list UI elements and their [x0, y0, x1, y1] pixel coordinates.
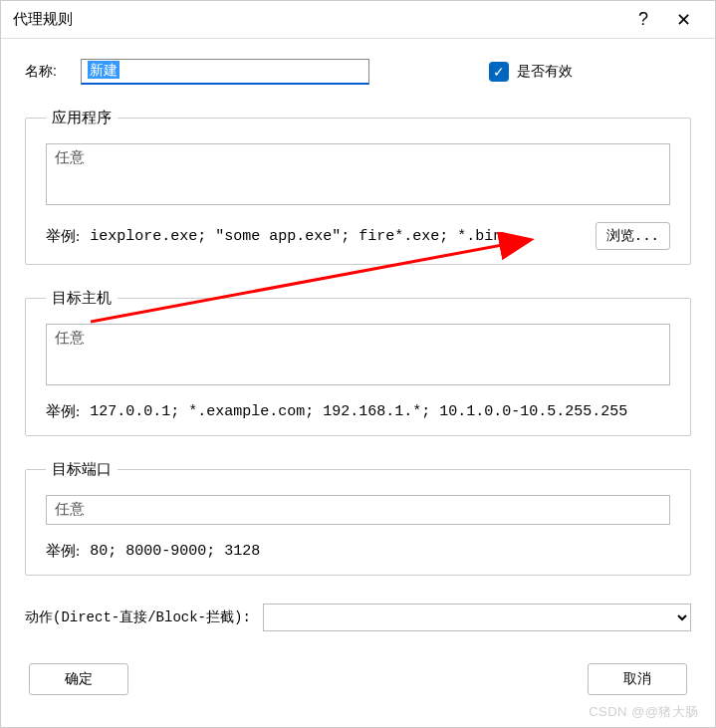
application-legend: 应用程序	[46, 109, 118, 127]
application-textarea[interactable]	[46, 143, 670, 205]
name-label: 名称:	[25, 63, 81, 81]
dialog-content: 名称: 新建 ✓ 是否有效 应用程序 举例: iexplore.exe; "so…	[1, 39, 715, 715]
target-port-legend: 目标端口	[46, 460, 118, 479]
ok-button[interactable]: 确定	[29, 663, 128, 695]
application-example-row: 举例: iexplore.exe; "some app.exe"; fire*.…	[46, 222, 670, 250]
action-select[interactable]	[263, 604, 691, 631]
watermark: CSDN @@猪大肠	[589, 703, 699, 721]
action-row: 动作(Direct-直接/Block-拦截):	[25, 604, 691, 631]
target-port-textarea[interactable]	[46, 495, 670, 525]
target-host-example-label: 举例:	[46, 402, 80, 421]
browse-button[interactable]: 浏览...	[596, 222, 670, 250]
close-button[interactable]: ✕	[663, 1, 703, 39]
target-host-example-text: 127.0.0.1; *.example.com; 192.168.1.*; 1…	[90, 403, 627, 420]
application-example-text: iexplore.exe; "some app.exe"; fire*.exe;…	[90, 228, 502, 245]
target-host-example-row: 举例: 127.0.0.1; *.example.com; 192.168.1.…	[46, 402, 670, 421]
target-port-example-text: 80; 8000-9000; 3128	[90, 543, 260, 560]
target-port-group: 目标端口 举例: 80; 8000-9000; 3128	[25, 460, 691, 576]
footer: 确定 取消	[25, 663, 691, 695]
name-row: 名称: 新建 ✓ 是否有效	[25, 59, 691, 85]
cancel-button[interactable]: 取消	[588, 663, 687, 695]
application-example-label: 举例:	[46, 227, 80, 246]
effective-checkbox-wrap[interactable]: ✓ 是否有效	[489, 62, 573, 82]
check-icon: ✓	[493, 64, 505, 80]
action-label: 动作(Direct-直接/Block-拦截):	[25, 608, 251, 626]
target-host-group: 目标主机 举例: 127.0.0.1; *.example.com; 192.1…	[25, 289, 691, 436]
target-host-legend: 目标主机	[46, 289, 118, 308]
target-port-example-label: 举例:	[46, 542, 80, 561]
target-port-example-row: 举例: 80; 8000-9000; 3128	[46, 542, 670, 561]
help-button[interactable]: ?	[623, 1, 663, 39]
titlebar: 代理规则 ? ✕	[1, 1, 715, 39]
window-title: 代理规则	[13, 10, 623, 29]
help-icon: ?	[638, 9, 648, 30]
application-group: 应用程序 举例: iexplore.exe; "some app.exe"; f…	[25, 109, 691, 265]
close-icon: ✕	[676, 9, 691, 31]
name-input[interactable]: 新建	[81, 59, 369, 85]
target-host-textarea[interactable]	[46, 324, 670, 385]
effective-checkbox[interactable]: ✓	[489, 62, 509, 82]
name-input-selection: 新建	[88, 61, 119, 79]
effective-label: 是否有效	[517, 63, 573, 81]
